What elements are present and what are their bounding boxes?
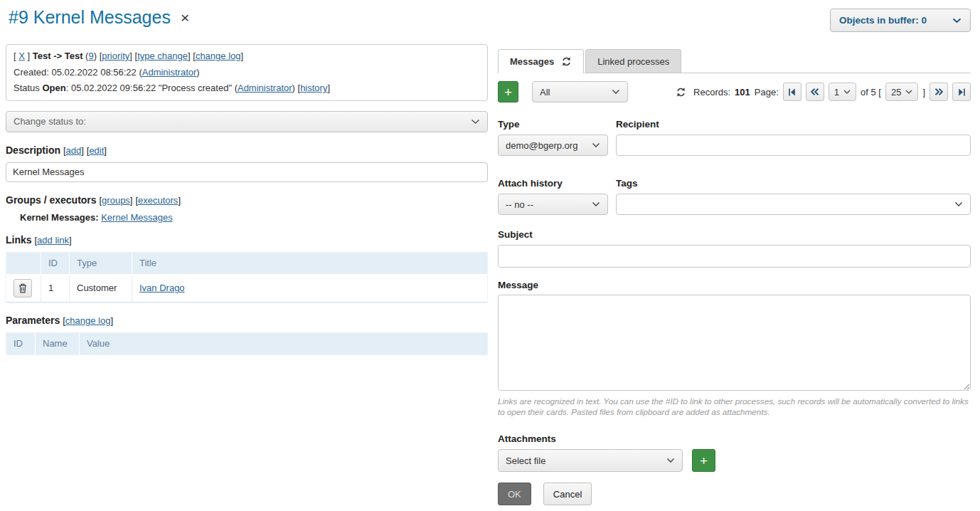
plus-icon: + [504, 85, 512, 99]
group-label: Kernel Messages: [20, 212, 99, 223]
refresh-icon[interactable] [676, 87, 686, 98]
recipient-input[interactable] [616, 135, 971, 156]
attachments-row: Select file + [498, 449, 971, 472]
description-add-link[interactable]: add [66, 145, 82, 156]
process-id-link[interactable]: 9 [88, 51, 93, 61]
change-status-label: Change status to: [14, 116, 86, 127]
buffer-dropdown[interactable]: Objects in buffer: 0 [830, 9, 971, 32]
groups-link[interactable]: groups [102, 195, 130, 206]
links-heading: Links [add link] [6, 234, 488, 246]
first-page-button[interactable] [783, 83, 801, 101]
parameters-header-value: Value [79, 333, 487, 354]
bracket: ] [188, 51, 191, 61]
created-text: Created: 05.02.2022 08:56:22 [14, 67, 137, 78]
parameters-header-id: ID [6, 333, 35, 354]
first-page-icon [788, 88, 796, 96]
bracket: ] [81, 145, 84, 156]
links-header-title: Title [132, 253, 487, 274]
links-table-header: ID Type Title [6, 253, 487, 274]
recipient-label: Recipient [616, 119, 971, 130]
tab-messages[interactable]: Messages [498, 49, 584, 73]
type-change-link[interactable]: type change [137, 51, 188, 61]
attach-history-select[interactable]: -- no -- [498, 194, 608, 215]
delete-link-button[interactable] [14, 279, 32, 297]
tab-linked-processes[interactable]: Linked processes [585, 49, 681, 73]
bracket: ] [104, 145, 107, 156]
table-row: 1 Customer Ivan Drago [6, 274, 487, 302]
status-user-link[interactable]: Administrator [238, 83, 292, 93]
linked-customer-link[interactable]: Ivan Drago [139, 283, 185, 293]
groups-heading: Groups / executors [groups] [executors] [6, 194, 488, 206]
plus-icon: + [700, 454, 708, 468]
chevron-down-icon [592, 201, 600, 207]
chevron-down-icon [592, 142, 600, 148]
status-line: Status Open: 05.02.2022 09:56:22 "Proces… [14, 80, 480, 97]
prev-page-button[interactable] [806, 83, 824, 101]
pagination: Records: 101 Page: 1 [676, 83, 971, 101]
bracket: [ [14, 51, 16, 61]
cancel-button[interactable]: Cancel [543, 483, 592, 505]
priority-link[interactable]: priority [102, 51, 129, 61]
group-row: Kernel Messages: Kernel Messages [6, 212, 488, 223]
description-title: Description [6, 144, 60, 156]
description-edit-link[interactable]: edit [89, 145, 104, 156]
next-page-button[interactable] [930, 83, 948, 101]
process-info-box: [ X ] Test -> Test (9) [priority] [type … [6, 44, 488, 101]
group-link[interactable]: Kernel Messages [101, 212, 172, 223]
links-table: ID Type Title 1 Customer Ivan Drago [6, 252, 488, 303]
groups-title: Groups / executors [6, 194, 97, 206]
subject-input[interactable] [498, 245, 971, 268]
links-row-type: Customer [69, 275, 132, 302]
description-input[interactable] [6, 162, 488, 182]
bracket: ] [178, 195, 181, 206]
refresh-icon[interactable] [561, 56, 572, 67]
message-filter-value: All [540, 87, 550, 98]
message-hint: Links are recognized in text. You can us… [498, 396, 971, 417]
history-link[interactable]: history [300, 83, 327, 93]
trash-icon [18, 283, 27, 293]
created-line: Created: 05.02.2022 08:56:22 (Administra… [14, 65, 480, 81]
last-page-button[interactable] [952, 83, 971, 101]
page-title: #9 Kernel Messages [9, 7, 171, 28]
form-fields-row-2: -- no -- [498, 194, 971, 215]
chevron-down-icon [905, 90, 912, 95]
ok-button[interactable]: OK [498, 483, 531, 505]
form-labels-row-1: Type Recipient [498, 119, 971, 130]
subject-label: Subject [498, 229, 971, 240]
close-icon[interactable]: × [181, 10, 189, 25]
bracket: ] [327, 83, 330, 93]
process-header-line: [ X ] Test -> Test (9) [priority] [type … [14, 48, 480, 65]
created-user-link[interactable]: Administrator [142, 67, 197, 78]
type-select[interactable]: demo@bgerp.org [498, 135, 608, 156]
message-textarea[interactable] [498, 295, 971, 391]
status-value: Open [42, 83, 65, 93]
tags-select[interactable] [616, 194, 971, 215]
bracket: ] [69, 235, 72, 246]
form-buttons: OK Cancel [498, 483, 971, 505]
paren: ) [94, 51, 97, 61]
page-of-label: of 5 [ [861, 87, 881, 98]
add-message-button[interactable]: + [498, 81, 518, 102]
page-number-select[interactable]: 1 [829, 83, 856, 101]
bracket: ] [28, 51, 31, 61]
parameters-table: ID Name Value [6, 332, 488, 355]
message-filter-select[interactable]: All [532, 81, 628, 102]
chevron-down-icon [954, 201, 963, 207]
links-row-id: 1 [41, 275, 69, 302]
page-size-value: 25 [891, 87, 901, 98]
records-label: Records: [693, 87, 730, 98]
page-size-select[interactable]: 25 [885, 83, 918, 101]
parameters-change-log-link[interactable]: change log [65, 315, 111, 326]
add-attachment-button[interactable]: + [692, 449, 715, 472]
change-status-select[interactable]: Change status to: [6, 111, 488, 132]
change-log-link[interactable]: change log [196, 51, 241, 61]
status-label: Status [14, 83, 40, 93]
add-link-link[interactable]: add link [37, 235, 69, 246]
file-select[interactable]: Select file [498, 449, 683, 472]
close-process-link[interactable]: X [18, 51, 25, 61]
bracket: ] [129, 51, 132, 61]
tab-bar: Messages Linked processes [498, 50, 971, 73]
tab-messages-label: Messages [510, 56, 554, 67]
chevron-down-icon [843, 90, 851, 95]
executors-link[interactable]: executors [138, 195, 178, 206]
